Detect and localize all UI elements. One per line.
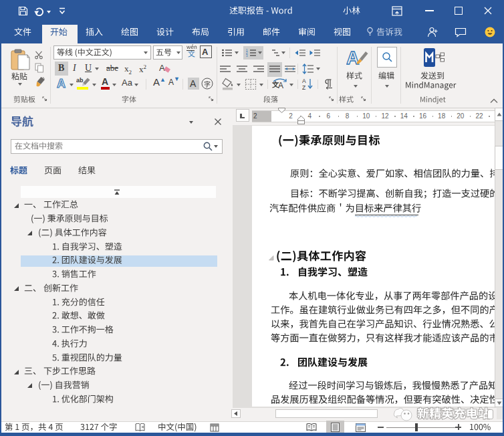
svg-text:Z: Z (302, 84, 305, 90)
svg-text:3: 3 (246, 54, 248, 57)
svg-text:A: A (302, 78, 306, 84)
svg-text:ab: ab (76, 77, 84, 84)
svg-text:A: A (159, 63, 165, 73)
svg-text:A: A (57, 77, 66, 90)
svg-text:A: A (346, 48, 360, 68)
